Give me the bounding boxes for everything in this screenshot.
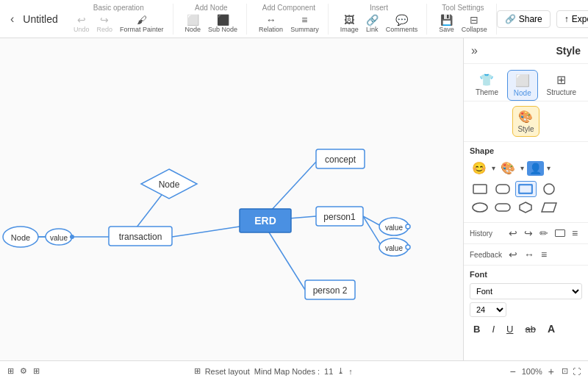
shape-rect[interactable]: [470, 181, 490, 197]
statusbar-extra: ⊞: [33, 366, 40, 376]
font-section-title: Font: [470, 270, 582, 279]
save-icon: 💾: [440, 15, 453, 25]
fit-icon[interactable]: ⊡: [562, 366, 568, 376]
shape-rounded-rect[interactable]: [492, 181, 513, 197]
panel-collapse-button[interactable]: »: [471, 44, 478, 57]
zoom-value: 100%: [522, 367, 542, 376]
header-left: ‹ Untitled: [6, 11, 65, 27]
face-icon-button[interactable]: 😊: [470, 160, 489, 177]
svg-rect-35: [519, 185, 532, 193]
sub-node-button[interactable]: ⬛ Sub Node: [205, 13, 240, 35]
save-button[interactable]: 💾 Save: [436, 13, 457, 35]
toolbar-basic-buttons: ↩ Undo ↪ Redo 🖌 Format Painter: [71, 13, 167, 35]
svg-marker-39: [520, 202, 531, 213]
fullscreen-icon[interactable]: ⛶: [573, 367, 581, 376]
font-style-row: B I U ab A: [470, 321, 582, 336]
undo-button[interactable]: ↩ Undo: [71, 13, 93, 35]
redo-label: Redo: [97, 26, 113, 33]
strikethrough-button[interactable]: ab: [521, 322, 539, 336]
toolbar-group-tool-settings-label: Tool Settings: [442, 4, 484, 12]
summary-button[interactable]: ≡ Summary: [287, 13, 322, 35]
redo-button[interactable]: ↪ Redo: [94, 13, 116, 35]
color-arrow-3[interactable]: ▾: [547, 164, 551, 172]
canvas-area[interactable]: ERD concept person1 person 2 transaction…: [0, 38, 463, 360]
theme-tab-label: Theme: [476, 88, 498, 96]
settings-icon[interactable]: ⚙: [20, 366, 27, 376]
shape-color-row: 😊 ▾ 🎨 ▾ 👤 ▾: [470, 160, 582, 177]
undo-icon: ↩: [77, 15, 86, 25]
right-panel: » Style 👕 Theme ⬜ Node ⊞ Structure 🎨: [463, 38, 588, 360]
node-button[interactable]: ⬜ Node: [182, 13, 204, 35]
grid-icon[interactable]: ⊞: [7, 366, 14, 376]
relation-button[interactable]: ↔ Relation: [256, 13, 286, 35]
undo-label: Undo: [74, 26, 90, 33]
collapse-button[interactable]: ⊟ Collapse: [459, 13, 490, 35]
toolbar-group-basic-label: Basic operation: [93, 4, 144, 12]
feedback-lines-button[interactable]: ≡: [539, 247, 549, 262]
font-color-button[interactable]: A: [544, 321, 559, 336]
main: ERD concept person1 person 2 transaction…: [0, 38, 588, 360]
history-undo-button[interactable]: ↩: [506, 226, 520, 241]
shape-rect-bold[interactable]: [515, 181, 536, 197]
tab-theme[interactable]: 👕 Theme: [470, 70, 504, 101]
svg-rect-34: [496, 185, 509, 193]
link-icon: 🔗: [366, 15, 379, 25]
header-right: 🔗 Share ↑ Export: [497, 10, 588, 28]
zoom-plus-button[interactable]: +: [545, 366, 557, 377]
color-arrow-2[interactable]: ▾: [520, 164, 524, 172]
reset-layout-label[interactable]: Reset layout: [205, 367, 250, 376]
document-title[interactable]: Untitled: [23, 13, 57, 25]
bold-button[interactable]: B: [470, 322, 484, 336]
history-pencil-button[interactable]: ✏: [537, 226, 551, 241]
color-arrow-1[interactable]: ▾: [492, 164, 495, 172]
comments-label: Comments: [386, 26, 418, 33]
shape-grid-2: [470, 200, 582, 215]
person-icon-button[interactable]: 👤: [527, 161, 544, 176]
download-icon[interactable]: ⤓: [337, 366, 344, 376]
shape-parallelogram[interactable]: [539, 200, 559, 215]
export-button[interactable]: ↑ Export: [556, 10, 588, 28]
history-lines-button[interactable]: ≡: [570, 226, 580, 241]
shape-rounded[interactable]: [492, 200, 513, 215]
history-icons: ↩ ↪ ✏ ≡: [506, 226, 580, 241]
panel-tabs: 👕 Theme ⬜ Node ⊞ Structure: [464, 64, 588, 102]
relation-label: Relation: [259, 26, 283, 33]
font-select[interactable]: Font: [470, 283, 582, 299]
shape-grid: [470, 181, 582, 197]
tab-structure[interactable]: ⊞ Structure: [541, 70, 583, 101]
svg-point-29: [406, 224, 410, 229]
feedback-undo-button[interactable]: ↩: [506, 247, 520, 262]
comments-button[interactable]: 💬 Comments: [383, 13, 421, 35]
link-button[interactable]: 🔗 Link: [363, 13, 381, 35]
image-button[interactable]: 🖼 Image: [337, 13, 362, 35]
toolbar-add-node-buttons: ⬜ Node ⬛ Sub Node: [182, 13, 241, 35]
summary-icon: ≡: [301, 15, 307, 25]
image-icon: 🖼: [344, 15, 354, 25]
feedback-arrow-button[interactable]: ↔: [522, 247, 537, 262]
svg-text:value: value: [385, 224, 403, 232]
share-button[interactable]: 🔗 Share: [497, 10, 551, 28]
statusbar-right: − 100% + ⊡ ⛶: [506, 366, 581, 377]
tab-node[interactable]: ⬜ Node: [507, 70, 538, 101]
shape-hexagon[interactable]: [515, 200, 536, 215]
share-status-icon[interactable]: ↑: [348, 367, 353, 376]
back-button[interactable]: ‹: [6, 11, 18, 27]
feedback-icons: ↩ ↔ ≡: [506, 247, 549, 262]
fill-color-button[interactable]: 🎨: [498, 160, 517, 177]
shape-circle[interactable]: [539, 181, 559, 197]
underline-button[interactable]: U: [503, 322, 517, 336]
font-size-select[interactable]: 24: [470, 302, 506, 317]
reset-layout-icon: ⊞: [194, 366, 201, 376]
zoom-minus-button[interactable]: −: [506, 366, 518, 377]
format-painter-button[interactable]: 🖌 Format Painter: [117, 13, 167, 35]
history-redo-button[interactable]: ↪: [522, 226, 535, 241]
svg-point-37: [473, 203, 487, 212]
svg-text:value: value: [385, 244, 403, 252]
shape-ellipse[interactable]: [470, 200, 490, 215]
style-tab-button[interactable]: 🎨 Style: [512, 106, 539, 137]
history-rect-button[interactable]: [553, 226, 567, 241]
shape-title: Shape: [470, 146, 582, 155]
toolbar-group-add-component-label: Add Component: [262, 4, 315, 12]
sub-node-icon: ⬛: [217, 15, 229, 25]
italic-button[interactable]: I: [488, 322, 498, 336]
